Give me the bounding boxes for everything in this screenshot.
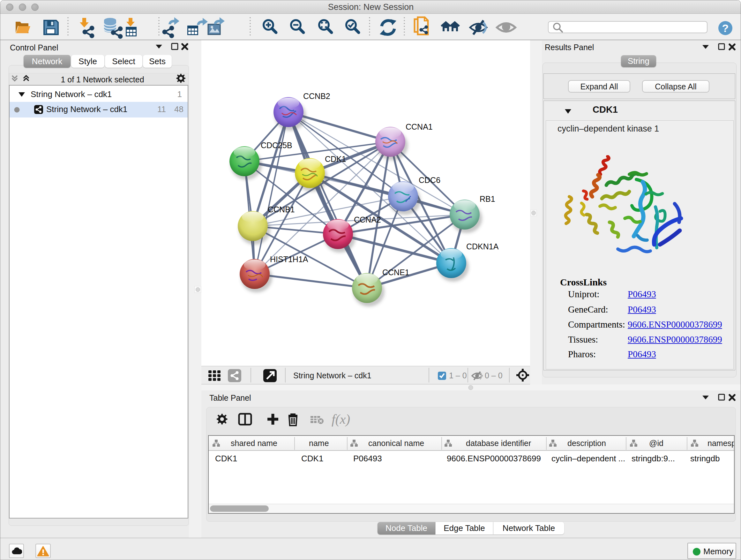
svg-text:CDC6: CDC6 (419, 176, 441, 185)
svg-text:?: ? (722, 22, 729, 34)
svg-text:0 – 0: 0 – 0 (485, 371, 502, 380)
svg-text:CCNA2: CCNA2 (354, 215, 381, 224)
svg-text:CCNA1: CCNA1 (406, 122, 433, 131)
svg-text:description: description (567, 439, 606, 448)
svg-text:canonical name: canonical name (368, 439, 424, 448)
svg-text:shared name: shared name (231, 439, 277, 448)
svg-text:1 – 0: 1 – 0 (449, 371, 467, 380)
svg-text:HIST1H1A: HIST1H1A (270, 255, 308, 264)
svg-text:namespace: namespace (708, 439, 734, 448)
svg-text:name: name (309, 439, 329, 448)
svg-text:CDC25B: CDC25B (261, 141, 292, 150)
svg-text:CCNB1: CCNB1 (268, 205, 295, 214)
svg-text:RB1: RB1 (480, 194, 495, 203)
svg-text:f(x): f(x) (332, 412, 350, 427)
svg-text:CCNE1: CCNE1 (382, 268, 409, 277)
svg-text:CDK1: CDK1 (325, 154, 346, 164)
svg-text:database identifier: database identifier (466, 439, 531, 448)
svg-text:CCNB2: CCNB2 (303, 91, 330, 101)
svg-text:@id: @id (649, 439, 664, 448)
svg-text:CDKN1A: CDKN1A (466, 242, 499, 251)
svg-text:String Network – cdk1: String Network – cdk1 (293, 371, 372, 380)
